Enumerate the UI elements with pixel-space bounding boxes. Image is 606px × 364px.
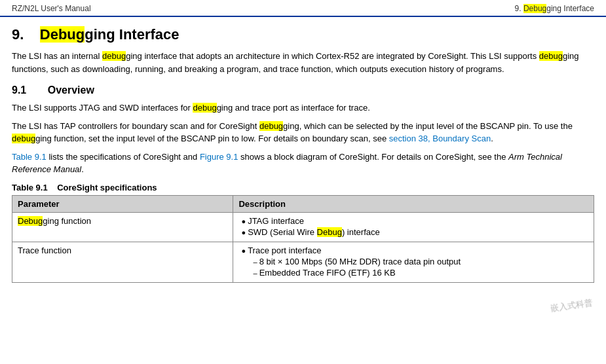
subsection-title: 9.1 Overview [12,84,594,96]
header-debug-highlight: Debug [523,4,546,13]
desc-trace-8bit: 8 bit × 100 Mbps (50 MHz DDR) trace data… [253,257,588,266]
debug-desc-list: JTAG interface SWD (Serial Wire Debug) i… [238,216,588,237]
desc-jtag: JTAG interface [241,216,588,226]
desc-trace-port: Trace port interface 8 bit × 100 Mbps (5… [241,246,588,278]
overview-para1: The LSI supports JTAG and SWD interfaces… [12,101,594,115]
section-title-highlight: Debug [40,26,85,43]
param-trace-function: Trace function [12,242,233,282]
col-header-description: Description [233,195,594,212]
desc-trace-etf: Embedded Trace FIFO (ETF) 16 KB [253,268,588,278]
trace-sub-list: 8 bit × 100 Mbps (50 MHz DDR) trace data… [241,257,588,278]
overview-debug1: debug [193,103,216,113]
overview-debug3: debug [12,134,35,143]
table91-link[interactable]: Table 9.1 [12,152,47,162]
figure91-link[interactable]: Figure 9.1 [200,152,238,162]
main-content: 9. Debugging Interface The LSI has an in… [0,22,606,289]
header-right: 9. Debugging Interface [515,4,594,13]
arm-manual-ref: Arm Technical Reference Manual [12,152,562,175]
header-right-prefix: 9. [515,4,523,13]
intro-debug2: debug [539,51,563,61]
intro-paragraph: The LSI has an internal debugging interf… [12,50,594,75]
col-header-parameter: Parameter [12,195,233,212]
subsection-number: 9.1 [12,84,26,96]
intro-debug1: debug [102,51,126,61]
watermark: 嵌入式科普 [550,297,594,315]
trace-desc-list: Trace port interface 8 bit × 100 Mbps (5… [238,246,588,278]
section-number: 9. [12,26,24,43]
desc-debug-function: JTAG interface SWD (Serial Wire Debug) i… [233,212,594,242]
subsection-title-text: Overview [48,84,94,96]
table-header-row: Parameter Description [12,195,594,212]
header-left: RZ/N2L User's Manual [12,4,91,13]
param-debug-function: Debugging function [12,212,233,242]
page-header: RZ/N2L User's Manual 9. Debugging Interf… [0,0,606,17]
desc-trace-function: Trace port interface 8 bit × 100 Mbps (5… [233,242,594,282]
section-title-suffix: ging Interface [85,26,179,43]
desc-swd: SWD (Serial Wire Debug) interface [241,227,588,237]
overview-debug2: debug [259,121,283,131]
header-right-suffix: ging Interface [546,4,594,13]
table-row: Debugging function JTAG interface SWD (S… [12,212,594,242]
overview-para2: The LSI has TAP controllers for boundary… [12,120,594,145]
swd-debug-highlight: Debug [317,227,342,237]
coresight-specs-table: Parameter Description Debugging function… [12,195,594,283]
table-row: Trace function Trace port interface 8 bi… [12,242,594,282]
table-label: Table 9.1 CoreSight specifications [12,183,594,192]
debug-highlight-cell: Debug [18,216,43,226]
section-title: 9. Debugging Interface [12,26,594,43]
boundary-scan-link[interactable]: section 38, Boundary Scan [389,134,491,143]
overview-para3: Table 9.1 lists the specifications of Co… [12,151,594,176]
table-label-text: Table 9.1 CoreSight specifications [12,183,157,192]
